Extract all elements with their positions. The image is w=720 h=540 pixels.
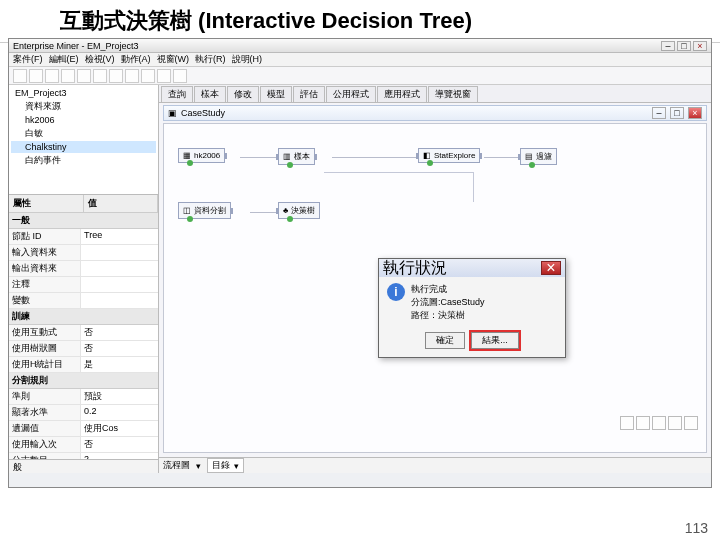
prop-value[interactable]: 使用Cos (81, 421, 158, 436)
tree-root[interactable]: EM_Project3 (11, 87, 156, 99)
node-datasource[interactable]: ▦ hk2006 (178, 148, 225, 163)
property-header: 屬性 值 (9, 195, 158, 213)
sub-min-button[interactable]: – (652, 107, 666, 119)
prop-row[interactable]: 節點 IDTree (9, 229, 158, 245)
node-sample[interactable]: ▥ 樣本 (278, 148, 315, 165)
prop-key: 顯著水準 (9, 405, 81, 420)
tool-help-icon[interactable] (173, 69, 187, 83)
tab-query[interactable]: 查詢 (161, 86, 193, 102)
node-statexplore[interactable]: ◧ StatExplore (418, 148, 480, 163)
prop-key: 節點 ID (9, 229, 81, 244)
status-dot-green (287, 216, 293, 222)
datasource-icon: ▦ (183, 151, 191, 160)
prop-value[interactable] (81, 245, 158, 260)
prop-row[interactable]: 注釋 (9, 277, 158, 293)
prop-key: 使用H統計目 (9, 357, 81, 372)
tab-sample[interactable]: 樣本 (194, 86, 226, 102)
sub-max-button[interactable]: □ (670, 107, 684, 119)
node-partition[interactable]: ◫ 資料分割 (178, 202, 231, 219)
prop-row[interactable]: 使用樹狀圖否 (9, 341, 158, 357)
tree-item[interactable]: 白敏 (11, 126, 156, 141)
prop-row[interactable]: 使用H統計目是 (9, 357, 158, 373)
zoom-fit-icon[interactable] (668, 416, 682, 430)
tool-paste-icon[interactable] (93, 69, 107, 83)
prop-key: 變數 (9, 293, 81, 308)
run-status-dialog: 執行狀況 × i 執行完成 分流圖:CaseStudy 路徑：決策樹 確定 結果… (378, 258, 566, 358)
filter-icon: ▤ (525, 152, 533, 161)
prop-value[interactable] (81, 293, 158, 308)
prop-row[interactable]: 遺漏值使用Cos (9, 421, 158, 437)
prop-value[interactable]: 0.2 (81, 405, 158, 420)
prop-value[interactable]: 預設 (81, 389, 158, 404)
footer-dropdown[interactable]: 目錄 ▾ (207, 458, 244, 473)
tab-util[interactable]: 公用程式 (326, 86, 376, 102)
dialog-line3: 路徑：決策樹 (411, 309, 485, 322)
minimize-button[interactable]: – (661, 41, 675, 51)
prop-row[interactable]: 使用互動式否 (9, 325, 158, 341)
app-title: Enterprise Miner - EM_Project3 (13, 41, 139, 51)
project-tree[interactable]: EM_Project3 資料來源 hk2006 白敏 Chalkstiny 白約… (9, 85, 158, 195)
zoom-100-icon[interactable] (636, 416, 650, 430)
zoom-extent-icon[interactable] (684, 416, 698, 430)
prop-row[interactable]: 顯著水準0.2 (9, 405, 158, 421)
prop-value[interactable] (81, 277, 158, 292)
tree-item[interactable]: hk2006 (11, 114, 156, 126)
prop-value[interactable]: 否 (81, 341, 158, 356)
tab-app[interactable]: 應用程式 (377, 86, 427, 102)
prop-row[interactable]: 輸入資料來 (9, 245, 158, 261)
tool-redo-icon[interactable] (125, 69, 139, 83)
menu-view[interactable]: 檢視(V) (85, 53, 115, 66)
tool-copy-icon[interactable] (77, 69, 91, 83)
tree-item[interactable]: 資料來源 (11, 99, 156, 114)
tree-item-selected[interactable]: Chalkstiny (11, 141, 156, 153)
prop-row[interactable]: 使用輸入次否 (9, 437, 158, 453)
tab-modify[interactable]: 修改 (227, 86, 259, 102)
prop-value[interactable]: 是 (81, 357, 158, 372)
prop-row[interactable]: 變數 (9, 293, 158, 309)
tool-run-icon[interactable] (141, 69, 155, 83)
statexplore-icon: ◧ (423, 151, 431, 160)
prop-key: 準則 (9, 389, 81, 404)
zoom-plus-icon[interactable] (652, 416, 666, 430)
diagram-icon: ▣ (168, 108, 177, 118)
menu-run[interactable]: 執行(R) (195, 53, 226, 66)
tool-open-icon[interactable] (29, 69, 43, 83)
prop-value[interactable]: 否 (81, 437, 158, 452)
menu-edit[interactable]: 編輯(E) (49, 53, 79, 66)
tool-save-icon[interactable] (45, 69, 59, 83)
property-grid[interactable]: 一般節點 IDTree輸入資料來輸出資料來注釋變數訓練使用互動式否使用樹狀圖否使… (9, 213, 158, 459)
tool-new-icon[interactable] (13, 69, 27, 83)
sub-close-button[interactable]: × (688, 107, 702, 119)
status-dot-green (427, 160, 433, 166)
prop-value[interactable] (81, 261, 158, 276)
tool-stop-icon[interactable] (157, 69, 171, 83)
zoom-minus-icon[interactable] (620, 416, 634, 430)
prop-value[interactable]: 否 (81, 325, 158, 340)
prop-group: 訓練 (9, 309, 158, 325)
footer-label: 流程圖 (163, 459, 190, 472)
menu-window[interactable]: 視窗(W) (157, 53, 190, 66)
menu-file[interactable]: 案件(F) (13, 53, 43, 66)
tool-cut-icon[interactable] (61, 69, 75, 83)
prop-row[interactable]: 輸出資料來 (9, 261, 158, 277)
tool-undo-icon[interactable] (109, 69, 123, 83)
node-filter[interactable]: ▤ 過濾 (520, 148, 557, 165)
toolbar (9, 67, 711, 85)
dialog-close-button[interactable]: × (541, 261, 561, 275)
menu-help[interactable]: 說明(H) (232, 53, 263, 66)
ok-button[interactable]: 確定 (425, 332, 465, 349)
close-button[interactable]: × (693, 41, 707, 51)
tree-item[interactable]: 白約事件 (11, 153, 156, 168)
prop-value[interactable]: Tree (81, 229, 158, 244)
prop-key: 注釋 (9, 277, 81, 292)
dialog-line2: 分流圖:CaseStudy (411, 296, 485, 309)
tab-model[interactable]: 模型 (260, 86, 292, 102)
node-label: 資料分割 (194, 205, 226, 216)
results-button[interactable]: 結果... (471, 332, 519, 349)
maximize-button[interactable]: □ (677, 41, 691, 51)
menu-action[interactable]: 動作(A) (121, 53, 151, 66)
prop-row[interactable]: 準則預設 (9, 389, 158, 405)
node-decisiontree[interactable]: ♣ 決策樹 (278, 202, 320, 219)
tab-nav[interactable]: 導覽視窗 (428, 86, 478, 102)
tab-assess[interactable]: 評估 (293, 86, 325, 102)
